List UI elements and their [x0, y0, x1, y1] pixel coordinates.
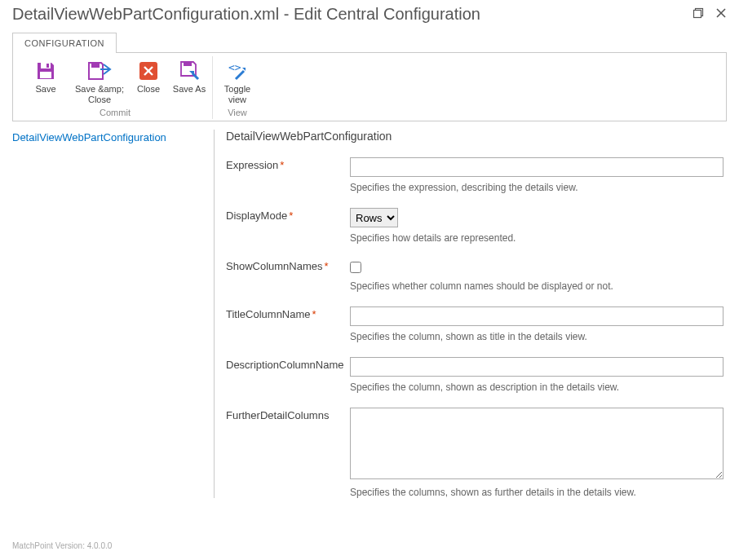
svg-rect-6	[40, 72, 51, 78]
hint-descriptioncolumnname: Specifies the column, shown as descripti…	[350, 381, 724, 393]
displaymode-select[interactable]: Rows	[350, 208, 398, 227]
row-titlecolumnname: TitleColumnName* Specifies the column, s…	[226, 306, 724, 342]
svg-rect-12	[184, 62, 192, 66]
svg-text:<>: <>	[228, 61, 241, 73]
window-controls	[693, 7, 727, 21]
save-label: Save	[35, 84, 55, 95]
save-icon	[34, 58, 57, 84]
save-close-icon	[87, 58, 112, 84]
svg-rect-7	[91, 63, 100, 68]
close-icon-ribbon	[138, 58, 159, 84]
expression-input[interactable]	[350, 157, 724, 177]
required-marker: *	[289, 209, 293, 222]
tab-configuration[interactable]: CONFIGURATION	[12, 33, 117, 53]
tabstrip: CONFIGURATION	[12, 32, 727, 52]
nav-item-root[interactable]: DetailViewWebPartConfiguration	[12, 130, 207, 145]
close-icon[interactable]	[715, 7, 727, 21]
label-furtherdetailcolumns: FurtherDetailColumns	[226, 408, 350, 421]
toggle-view-label: Toggle view	[218, 84, 257, 104]
label-titlecolumnname: TitleColumnName*	[226, 306, 350, 320]
save-close-button[interactable]: Save &amp; Close	[73, 56, 126, 106]
row-expression: Expression* Specifies the expression, de…	[226, 157, 724, 193]
save-close-label: Save &amp; Close	[73, 84, 126, 104]
ribbon-group-commit: Save Save &amp; Close Close	[18, 56, 212, 119]
furtherdetailcolumns-textarea[interactable]	[350, 408, 724, 479]
content: DetailViewWebPartConfiguration DetailVie…	[12, 130, 727, 498]
ribbon: Save Save &amp; Close Close	[12, 52, 727, 121]
titlecolumnname-input[interactable]	[350, 306, 724, 326]
window-title: DetailViewWebPartConfiguration.xml - Edi…	[12, 5, 480, 24]
descriptioncolumnname-input[interactable]	[350, 357, 724, 377]
row-furtherdetailcolumns: FurtherDetailColumns Specifies the colum…	[226, 408, 724, 498]
ribbon-group-view-label: View	[228, 106, 247, 119]
save-as-icon	[178, 58, 201, 84]
label-descriptioncolumnname: DescriptionColumnName	[226, 357, 350, 371]
required-marker: *	[312, 308, 316, 320]
window: DetailViewWebPartConfiguration.xml - Edi…	[0, 0, 739, 560]
toggle-view-icon: <>	[226, 58, 249, 84]
form-heading: DetailViewWebPartConfiguration	[226, 130, 724, 143]
ribbon-group-view: <> Toggle view View	[212, 56, 262, 119]
ribbon-group-commit-label: Commit	[100, 106, 131, 119]
footer-version: MatchPoint Version: 4.0.0.0	[12, 541, 112, 550]
row-showcolumnnames: ShowColumnNames* Specifies whether colum…	[226, 258, 724, 292]
save-as-label: Save As	[173, 84, 206, 95]
close-label: Close	[137, 84, 160, 95]
hint-displaymode: Specifies how details are represented.	[350, 232, 724, 244]
svg-rect-4	[41, 63, 51, 68]
row-displaymode: DisplayMode* Rows Specifies how details …	[226, 208, 724, 244]
showcolumnnames-checkbox[interactable]	[350, 262, 361, 273]
hint-titlecolumnname: Specifies the column, shown as title in …	[350, 331, 724, 342]
toggle-view-button[interactable]: <> Toggle view	[218, 56, 257, 106]
vertical-divider	[214, 130, 215, 498]
required-marker: *	[280, 159, 284, 171]
save-button[interactable]: Save	[23, 56, 69, 106]
svg-rect-1	[694, 11, 701, 18]
maximize-icon[interactable]	[693, 7, 704, 21]
close-button[interactable]: Close	[131, 56, 166, 106]
hint-expression: Specifies the expression, describing the…	[350, 182, 724, 193]
label-showcolumnnames: ShowColumnNames*	[226, 258, 350, 272]
nav-tree: DetailViewWebPartConfiguration	[12, 130, 214, 498]
svg-rect-5	[46, 64, 49, 68]
label-displaymode: DisplayMode*	[226, 208, 350, 222]
label-expression: Expression*	[226, 157, 350, 171]
hint-showcolumnnames: Specifies whether column names should be…	[350, 280, 724, 292]
titlebar: DetailViewWebPartConfiguration.xml - Edi…	[12, 0, 727, 27]
row-descriptioncolumnname: DescriptionColumnName Specifies the colu…	[226, 357, 724, 393]
form: DetailViewWebPartConfiguration Expressio…	[226, 130, 727, 498]
hint-furtherdetailcolumns: Specifies the columns, shown as further …	[350, 487, 724, 498]
required-marker: *	[325, 260, 329, 272]
save-as-button[interactable]: Save As	[171, 56, 207, 106]
